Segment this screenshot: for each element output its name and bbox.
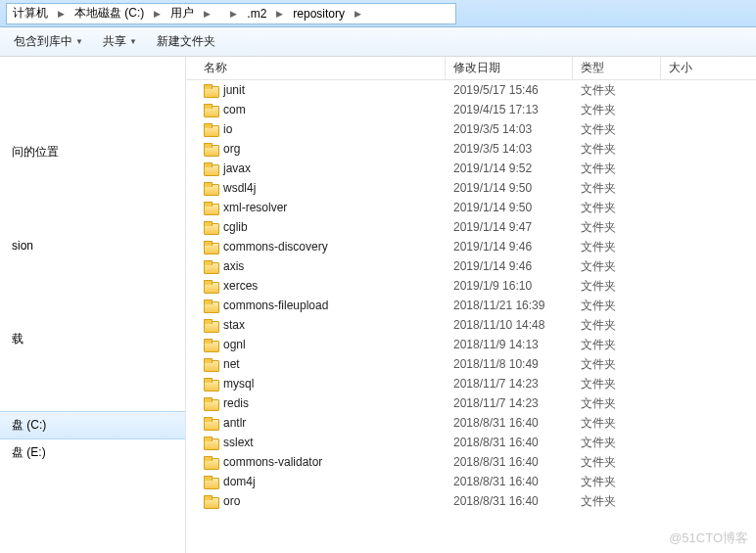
table-row[interactable]: javax2019/1/14 9:52文件夹 — [186, 159, 756, 178]
folder-icon — [204, 202, 217, 213]
cell-date: 2018/11/10 14:48 — [446, 318, 573, 332]
file-name: commons-discovery — [223, 240, 328, 253]
file-name: dom4j — [223, 475, 256, 488]
cell-type: 文件夹 — [573, 435, 661, 451]
cell-date: 2018/11/7 14:23 — [446, 396, 573, 410]
folder-icon — [204, 260, 217, 272]
table-row[interactable]: xerces2019/1/9 16:10文件夹 — [186, 276, 756, 296]
cell-type: 文件夹 — [573, 474, 661, 490]
breadcrumb-segment[interactable]: repository▶ — [287, 4, 365, 23]
cell-type: 文件夹 — [573, 161, 661, 177]
chevron-right-icon[interactable]: ▶ — [226, 9, 241, 19]
table-row[interactable]: junit2019/5/17 15:46文件夹 — [186, 80, 756, 100]
breadcrumb-segment[interactable]: .m2▶ — [241, 4, 287, 23]
cell-name: antlr — [186, 416, 446, 430]
folder-icon — [204, 104, 217, 115]
folder-icon — [204, 358, 217, 370]
cell-type: 文件夹 — [573, 278, 661, 295]
table-row[interactable]: xml-resolver2019/1/14 9:50文件夹 — [186, 198, 756, 217]
cell-name: commons-discovery — [186, 240, 446, 253]
chevron-right-icon[interactable]: ▶ — [200, 9, 214, 19]
breadcrumb-label: 计算机 — [7, 5, 54, 22]
breadcrumb-label: 用户 — [165, 5, 200, 22]
table-row[interactable]: dom4j2018/8/31 16:40文件夹 — [186, 472, 756, 491]
sidebar-item[interactable]: sion — [0, 234, 185, 257]
file-name: oro — [223, 494, 240, 508]
cell-name: wsdl4j — [186, 181, 446, 195]
cell-type: 文件夹 — [573, 395, 661, 412]
table-row[interactable]: commons-discovery2019/1/14 9:46文件夹 — [186, 237, 756, 256]
cell-name: com — [186, 103, 446, 116]
cell-type: 文件夹 — [573, 454, 661, 471]
new-folder-button[interactable]: 新建文件夹 — [147, 29, 225, 54]
cell-date: 2019/1/14 9:46 — [446, 259, 573, 273]
cell-type: 文件夹 — [573, 82, 661, 99]
folder-icon — [204, 84, 217, 96]
file-name: xml-resolver — [223, 201, 287, 214]
cell-name: dom4j — [186, 475, 446, 488]
column-header-date[interactable]: 修改日期 — [446, 57, 573, 79]
chevron-right-icon[interactable]: ▶ — [150, 9, 165, 19]
table-row[interactable]: mysql2018/11/7 14:23文件夹 — [186, 374, 756, 393]
sidebar-item[interactable]: 问的位置 — [0, 139, 185, 165]
breadcrumb-segment[interactable]: 用户▶ — [165, 4, 214, 23]
cell-type: 文件夹 — [573, 317, 661, 334]
table-row[interactable]: cglib2019/1/14 9:47文件夹 — [186, 217, 756, 237]
address-bar: 计算机▶本地磁盘 (C:)▶用户▶▶.m2▶repository▶ — [0, 0, 756, 27]
folder-icon — [204, 319, 217, 331]
column-header-size[interactable]: 大小 — [661, 57, 756, 79]
table-row[interactable]: com2019/4/15 17:13文件夹 — [186, 100, 756, 119]
column-header-name[interactable]: 名称 — [186, 57, 446, 79]
table-row[interactable]: stax2018/11/10 14:48文件夹 — [186, 315, 756, 335]
table-row[interactable]: axis2019/1/14 9:46文件夹 — [186, 256, 756, 276]
file-name: redis — [223, 396, 249, 410]
file-name: cglib — [223, 220, 248, 234]
cell-name: junit — [186, 83, 446, 97]
include-in-library-button[interactable]: 包含到库中 ▼ — [4, 29, 93, 54]
cell-name: redis — [186, 396, 446, 410]
table-row[interactable]: ognl2018/11/9 14:13文件夹 — [186, 335, 756, 354]
table-row[interactable]: antlr2018/8/31 16:40文件夹 — [186, 413, 756, 433]
breadcrumb[interactable]: 计算机▶本地磁盘 (C:)▶用户▶▶.m2▶repository▶ — [6, 3, 456, 24]
cell-name: commons-fileupload — [186, 299, 446, 312]
cell-date: 2019/4/15 17:13 — [446, 103, 573, 116]
breadcrumb-segment[interactable]: ▶ — [214, 4, 241, 23]
cell-name: ognl — [186, 338, 446, 351]
file-name: com — [223, 103, 246, 116]
table-row[interactable]: redis2018/11/7 14:23文件夹 — [186, 393, 756, 413]
table-row[interactable]: sslext2018/8/31 16:40文件夹 — [186, 433, 756, 452]
cell-date: 2019/1/9 16:10 — [446, 279, 573, 293]
table-row[interactable]: oro2018/8/31 16:40文件夹 — [186, 491, 756, 511]
breadcrumb-segment[interactable]: 本地磁盘 (C:)▶ — [69, 4, 165, 23]
sidebar-item[interactable]: 盘 (C:) — [0, 411, 185, 439]
sidebar-item[interactable]: 载 — [0, 326, 185, 352]
sidebar-spacer — [0, 165, 185, 234]
file-name: commons-validator — [223, 455, 322, 469]
table-row[interactable]: net2018/11/8 10:49文件夹 — [186, 354, 756, 374]
cell-type: 文件夹 — [573, 258, 661, 275]
table-row[interactable]: org2019/3/5 14:03文件夹 — [186, 139, 756, 159]
column-header-type[interactable]: 类型 — [573, 57, 661, 79]
chevron-down-icon: ▼ — [129, 37, 137, 46]
cell-date: 2018/11/9 14:13 — [446, 338, 573, 351]
table-row[interactable]: commons-validator2018/8/31 16:40文件夹 — [186, 452, 756, 472]
chevron-right-icon[interactable]: ▶ — [351, 9, 365, 19]
share-button[interactable]: 共享 ▼ — [93, 29, 147, 54]
file-name: axis — [223, 259, 244, 273]
breadcrumb-segment[interactable]: 计算机▶ — [7, 4, 69, 23]
cell-name: sslext — [186, 436, 446, 449]
chevron-right-icon[interactable]: ▶ — [272, 9, 287, 19]
file-name: io — [223, 122, 232, 136]
cell-name: io — [186, 122, 446, 136]
file-list: 名称 修改日期 类型 大小 junit2019/5/17 15:46文件夹com… — [186, 57, 756, 553]
file-name: sslext — [223, 436, 254, 449]
table-row[interactable]: commons-fileupload2018/11/21 16:39文件夹 — [186, 296, 756, 315]
table-row[interactable]: wsdl4j2019/1/14 9:50文件夹 — [186, 178, 756, 198]
chevron-right-icon[interactable]: ▶ — [54, 9, 69, 19]
cell-date: 2019/1/14 9:52 — [446, 161, 573, 175]
file-name: antlr — [223, 416, 246, 430]
cell-type: 文件夹 — [573, 102, 661, 118]
sidebar-item[interactable]: 盘 (E:) — [0, 439, 185, 466]
breadcrumb-label: 本地磁盘 (C:) — [69, 5, 150, 22]
table-row[interactable]: io2019/3/5 14:03文件夹 — [186, 119, 756, 139]
